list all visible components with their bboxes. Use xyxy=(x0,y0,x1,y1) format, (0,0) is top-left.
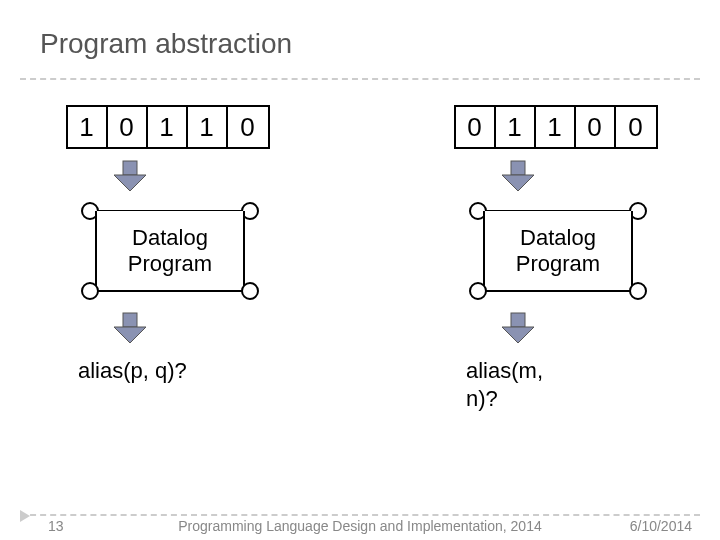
down-arrow-icon xyxy=(110,311,150,345)
bit-cell: 0 xyxy=(456,107,496,147)
alias-query-right: alias(m, n)? xyxy=(466,357,576,412)
bit-cell: 1 xyxy=(496,107,536,147)
bit-cell: 0 xyxy=(616,107,656,147)
svg-rect-0 xyxy=(123,161,137,175)
svg-marker-3 xyxy=(114,327,146,343)
down-arrow-icon xyxy=(498,159,538,193)
footer-date: 6/10/2014 xyxy=(630,518,692,534)
datalog-scroll-right: Datalog Program xyxy=(473,201,643,301)
svg-marker-1 xyxy=(114,175,146,191)
bit-cell: 0 xyxy=(108,107,148,147)
right-column: 0 1 1 0 0 Datalog Program alias(m, n)? xyxy=(428,105,688,412)
down-arrow-icon xyxy=(498,311,538,345)
bit-cell: 1 xyxy=(188,107,228,147)
left-column: 1 0 1 1 0 Datalog Program alias(p, q)? xyxy=(40,105,300,385)
svg-rect-6 xyxy=(511,313,525,327)
title-divider xyxy=(20,78,700,80)
datalog-scroll-left: Datalog Program xyxy=(85,201,255,301)
down-arrow-icon xyxy=(110,159,150,193)
bit-cell: 0 xyxy=(576,107,616,147)
bit-cell: 1 xyxy=(148,107,188,147)
alias-query-left: alias(p, q)? xyxy=(78,357,188,385)
left-bitstring: 1 0 1 1 0 xyxy=(66,105,270,149)
svg-rect-2 xyxy=(123,313,137,327)
svg-rect-4 xyxy=(511,161,525,175)
footer-divider xyxy=(20,514,700,516)
scroll-label: Datalog Program xyxy=(95,211,245,291)
bit-cell: 1 xyxy=(68,107,108,147)
slide-title: Program abstraction xyxy=(40,28,292,60)
svg-marker-5 xyxy=(502,175,534,191)
bit-cell: 1 xyxy=(536,107,576,147)
right-bitstring: 0 1 1 0 0 xyxy=(454,105,658,149)
bit-cell: 0 xyxy=(228,107,268,147)
footer-title: Programming Language Design and Implemen… xyxy=(0,518,720,534)
scroll-label: Datalog Program xyxy=(483,211,633,291)
svg-marker-7 xyxy=(502,327,534,343)
